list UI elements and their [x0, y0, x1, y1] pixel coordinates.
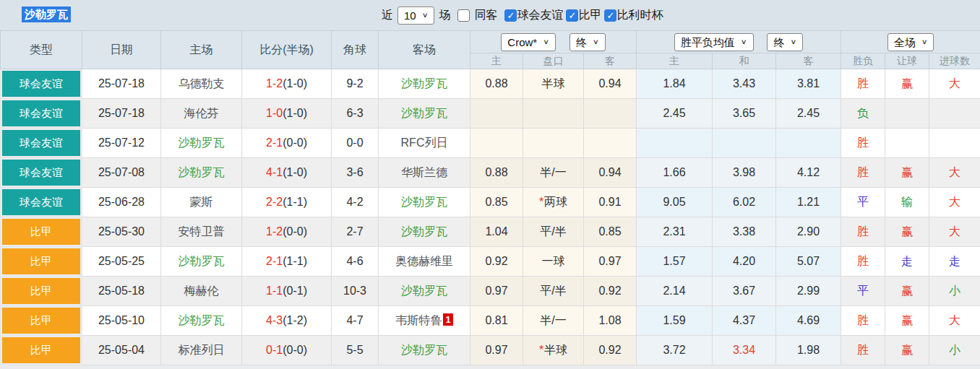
corner-score: 2-7 [346, 225, 363, 238]
scope-select[interactable]: 全场∨ [887, 33, 934, 51]
let-result-value: 赢 [901, 166, 913, 178]
avg-draw-cell: 4.37 [713, 306, 776, 336]
match-date: 25-05-18 [98, 285, 145, 297]
half-time-score: (0-0) [283, 225, 307, 238]
full-time-score: 1-2 [266, 77, 283, 90]
avg-home-value: 3.72 [663, 344, 685, 356]
odds-time-select[interactable]: 终∨ [569, 33, 606, 51]
goals-result-cell: 大 [929, 158, 980, 188]
same-away-checkbox[interactable] [457, 9, 470, 22]
avg-away-cell: 1.98 [776, 336, 841, 365]
goals-result-cell [929, 129, 980, 158]
goals-result-cell: 走 [929, 247, 980, 277]
avg-home-cell: 2.45 [637, 99, 713, 129]
result-cell: 胜 [841, 306, 885, 336]
filter-league-checkbox[interactable] [566, 9, 578, 22]
corner-score: 4-2 [346, 196, 363, 208]
let-result-value: 赢 [901, 77, 913, 90]
table-row: 比甲25-05-25沙勒罗瓦2-1(1-1)4-6奥德赫维里0.92一球0.97… [1, 247, 980, 277]
avg-home-value: 1.66 [663, 166, 685, 178]
home-team: 安特卫普 [179, 225, 225, 238]
avg-source-select[interactable]: 胜平负均值∨ [674, 33, 754, 51]
recent-count-select[interactable]: 10∨ [397, 6, 434, 25]
odds-home-cell: 0.85 [470, 188, 523, 217]
away-team: 沙勒罗瓦 [401, 225, 447, 238]
goals-result-value: 大 [949, 166, 960, 178]
avg-home-value: 9.05 [663, 196, 685, 208]
result-value: 胜 [857, 344, 869, 356]
col-header-away: 客场 [379, 31, 470, 69]
home-team: 沙勒罗瓦 [179, 166, 225, 178]
goals-result-cell: 大 [929, 69, 980, 99]
sub-header-avg-draw: 和 [713, 53, 776, 69]
let-result-cell: 赢 [885, 277, 929, 306]
filter-friendly-checkbox[interactable] [504, 9, 517, 22]
matches-label: 场 [439, 8, 450, 23]
match-date: 25-05-10 [98, 314, 145, 326]
home-team-cell: 沙勒罗瓦 [161, 158, 242, 188]
avg-home-value: 1.84 [663, 77, 685, 90]
result-value: 负 [857, 107, 869, 119]
corner-score: 10-3 [343, 285, 366, 297]
odds-away-value: 0.94 [598, 166, 621, 178]
sub-header-goals: 进球数 [929, 53, 980, 69]
filter-cup-label[interactable]: 比利时杯 [616, 8, 663, 23]
match-date: 25-07-18 [98, 77, 145, 90]
odds-home-cell [470, 99, 523, 129]
odds-away-cell [584, 129, 637, 158]
odds-home-value: 0.81 [485, 314, 507, 326]
table-row: 球会友谊25-07-18海伦芬1-0(1-0)6-3沙勒罗瓦2.453.652.… [1, 99, 980, 129]
full-time-score: 2-1 [266, 255, 283, 267]
full-time-score: 1-0 [266, 107, 283, 119]
corner-score: 4-7 [346, 314, 363, 326]
score-cell: 4-3(1-2) [242, 306, 332, 336]
type-badge-cell: 球会友谊 [1, 158, 82, 188]
type-badge: 球会友谊 [2, 160, 80, 186]
match-date: 25-06-28 [98, 196, 145, 208]
avg-away-cell [776, 129, 841, 158]
table-row: 球会友谊25-07-08沙勒罗瓦4-1(1-0)3-6华斯兰德0.88半/一0.… [1, 158, 980, 188]
handicap-cell: 半球 [523, 69, 584, 99]
odds-home-value: 0.92 [485, 255, 507, 267]
type-badge: 球会友谊 [2, 71, 80, 97]
corner-cell: 6-3 [332, 99, 379, 129]
col-header-home: 主场 [161, 31, 242, 69]
full-time-score: 1-2 [266, 225, 283, 238]
topbar: 沙勒罗瓦 近 10∨ 场 同客 球会友谊 比甲 比利时杯 [0, 0, 980, 30]
full-time-score: 0-1 [266, 344, 283, 356]
handicap-value: 两球 [544, 196, 567, 208]
away-team: 沙勒罗瓦 [401, 285, 447, 297]
result-cell: 胜 [841, 217, 885, 247]
away-team-cell: 沙勒罗瓦 [379, 99, 470, 129]
handicap-value: 半/一 [540, 166, 566, 178]
date-cell: 25-07-18 [82, 99, 161, 129]
same-away-label[interactable]: 同客 [474, 8, 497, 23]
filter-controls: 近 10∨ 场 同客 球会友谊 比甲 比利时杯 [382, 4, 663, 26]
avg-away-value: 4.12 [797, 166, 820, 178]
avg-draw-value: 3.43 [733, 77, 755, 90]
let-result-cell [885, 99, 929, 129]
half-time-score: (1-0) [283, 166, 307, 178]
goals-result-cell: 大 [929, 306, 980, 336]
odds-home-cell: 0.81 [470, 306, 523, 336]
avg-draw-cell [713, 129, 776, 158]
away-team-cell: 沙勒罗瓦 [379, 277, 470, 306]
col-header-score: 比分(半场) [242, 31, 332, 69]
odds-home-value: 0.97 [485, 344, 507, 356]
filter-league-label[interactable]: 比甲 [578, 8, 601, 23]
odds-away-value: 0.92 [598, 344, 621, 356]
avg-home-cell: 1.66 [637, 158, 713, 188]
match-date: 25-07-18 [98, 107, 145, 119]
goals-result-cell [929, 99, 980, 129]
odds-source-select[interactable]: Crow*∨ [501, 33, 556, 51]
home-team: 乌德勒支 [179, 77, 225, 90]
date-cell: 25-05-04 [82, 336, 161, 365]
filter-friendly-label[interactable]: 球会友谊 [517, 8, 563, 23]
filter-cup-checkbox[interactable] [604, 9, 616, 22]
full-time-score: 4-3 [266, 314, 283, 326]
avg-draw-cell: 4.20 [713, 247, 776, 277]
match-date: 25-07-08 [98, 166, 145, 178]
match-history-table: 类型 日期 主场 比分(半场) 角球 客场 Crow*∨ 终∨ 胜平负均值∨ 终… [0, 30, 980, 365]
avg-time-select[interactable]: 终∨ [767, 33, 803, 51]
corner-score: 6-3 [346, 107, 363, 119]
